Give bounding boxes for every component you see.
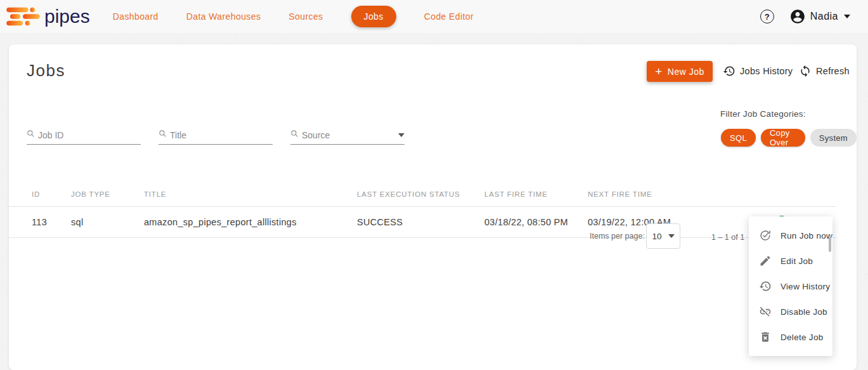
source-select[interactable] <box>302 130 396 140</box>
menu-item-view-history[interactable]: View History <box>749 274 832 299</box>
nav-code-editor[interactable]: Code Editor <box>424 11 474 22</box>
menu-item-disable-job[interactable]: Disable Job <box>749 299 832 324</box>
source-filter[interactable] <box>290 126 405 145</box>
menu-scrollbar-thumb[interactable] <box>829 235 831 252</box>
category-chips: SQL Copy Over System <box>721 129 857 147</box>
menu-label: Run Job now <box>781 231 832 241</box>
user-name: Nadia <box>810 11 838 22</box>
items-per-page-value: 10 <box>652 232 661 241</box>
row-id: 113 <box>32 217 47 227</box>
avatar <box>789 8 806 25</box>
chip-copy-over[interactable]: Copy Over <box>761 129 805 147</box>
delete-job-icon <box>759 331 772 343</box>
items-per-page-label: Items per page: <box>590 232 645 241</box>
edit-icon <box>759 254 772 267</box>
menu-item-run-job-now[interactable]: Run Job now <box>749 223 832 248</box>
history-icon <box>723 65 735 77</box>
chevron-down-icon <box>668 234 675 238</box>
job-id-filter[interactable] <box>27 126 141 145</box>
menu-label: Delete Job <box>781 333 824 342</box>
col-id: ID <box>32 190 40 198</box>
new-job-label: New Job <box>668 67 704 77</box>
plus-icon: + <box>655 65 663 77</box>
col-title: TITLE <box>144 190 166 198</box>
row-status: SUCCESS <box>357 217 403 227</box>
user-menu[interactable]: Nadia <box>789 8 850 25</box>
title-input[interactable] <box>170 130 273 140</box>
new-job-button[interactable]: + New Job <box>647 61 713 82</box>
pipes-logo-icon <box>5 3 42 30</box>
chip-sql[interactable]: SQL <box>721 129 756 147</box>
jobs-history-label: Jobs History <box>740 66 793 76</box>
search-icon <box>290 129 299 138</box>
refresh-label: Refresh <box>816 66 850 76</box>
table-header: ID JOB TYPE TITLE LAST EXECUTION STATUS … <box>9 184 836 207</box>
search-icon <box>27 129 35 138</box>
menu-label: Disable Job <box>781 307 827 317</box>
page-title: Jobs <box>27 61 65 81</box>
jobs-panel: Jobs + New Job Jobs History Refresh Filt… <box>9 44 857 370</box>
run-job-icon <box>759 229 772 242</box>
menu-item-delete-job[interactable]: Delete Job <box>749 324 832 350</box>
chip-system[interactable]: System <box>810 129 857 147</box>
col-next-fire-time: NEXT FIRE TIME <box>588 190 652 198</box>
help-icon[interactable]: ? <box>760 10 774 23</box>
refresh-button[interactable]: Refresh <box>799 65 850 77</box>
top-navigation-bar: pipes Dashboard Data Warehouses Sources … <box>0 0 868 33</box>
pagination-range: 1 – 1 of 1 <box>711 233 744 242</box>
view-history-icon <box>759 280 772 293</box>
job-id-input[interactable] <box>38 130 141 140</box>
col-job-type: JOB TYPE <box>71 190 110 198</box>
menu-label: Edit Job <box>781 256 813 266</box>
nav-data-warehouses[interactable]: Data Warehouses <box>186 11 261 22</box>
brand-name: pipes <box>44 6 90 27</box>
search-icon <box>159 129 167 138</box>
row-title: amazon_sp_pipes_report_alllistings <box>144 217 297 227</box>
menu-item-edit-job[interactable]: Edit Job <box>749 248 832 274</box>
topbar-right-group: ? Nadia <box>760 0 850 33</box>
row-job-type: sql <box>71 217 83 227</box>
chevron-down-icon <box>398 133 405 137</box>
filter-categories-label: Filter Job Categories: <box>720 109 806 119</box>
nav-jobs-active[interactable]: Jobs <box>351 6 396 27</box>
col-last-fire-time: LAST FIRE TIME <box>484 190 548 198</box>
col-last-execution-status: LAST EXECUTION STATUS <box>357 190 460 198</box>
items-per-page-select[interactable]: 10 <box>646 223 680 249</box>
main-nav: Dashboard Data Warehouses Sources Jobs C… <box>113 6 474 27</box>
refresh-icon <box>799 65 812 77</box>
nav-sources[interactable]: Sources <box>288 11 323 22</box>
row-context-menu: Run Job now Edit Job View History Disabl… <box>749 216 832 356</box>
menu-label: View History <box>781 282 830 291</box>
nav-dashboard[interactable]: Dashboard <box>113 11 159 22</box>
title-filter[interactable] <box>159 126 273 145</box>
brand-logo[interactable]: pipes <box>5 3 90 30</box>
row-last-fire-time: 03/18/22, 08:50 PM <box>484 217 568 227</box>
chevron-down-icon <box>844 15 850 18</box>
jobs-history-button[interactable]: Jobs History <box>723 65 793 77</box>
disable-job-icon <box>759 305 772 318</box>
